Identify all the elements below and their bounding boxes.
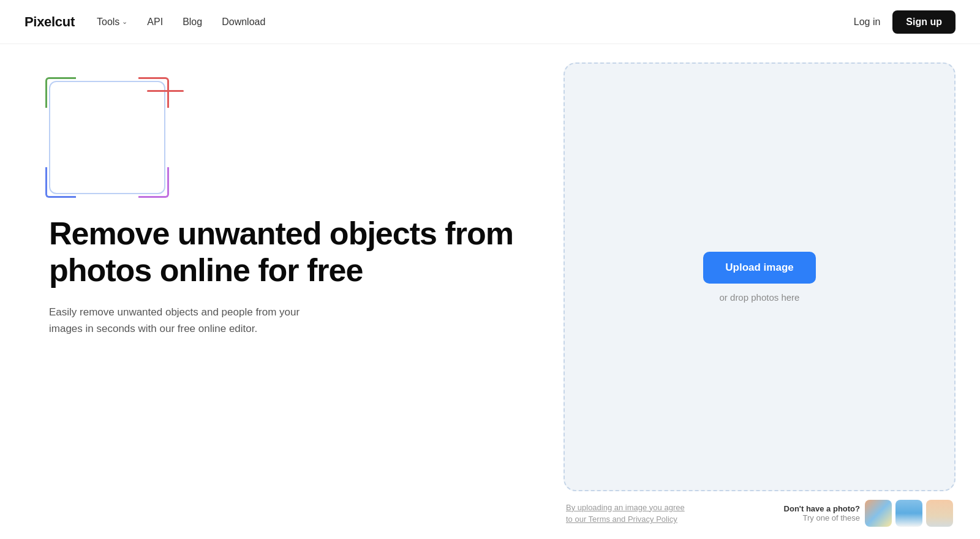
nav-blog[interactable]: Blog xyxy=(183,17,202,28)
header-right: Log in Sign up xyxy=(854,10,956,34)
corner-accent-top-right xyxy=(138,77,169,108)
header-left: Pixelcut Tools ⌄ API Blog Download xyxy=(24,14,265,30)
corner-accent-bottom-right xyxy=(138,167,169,198)
sample-thumbnails xyxy=(865,500,953,527)
sample-thumbnail-3[interactable] xyxy=(926,500,953,527)
sample-photos: Don't have a photo? Try one of these xyxy=(784,500,953,527)
nav-download[interactable]: Download xyxy=(222,17,265,28)
hero-title: Remove unwanted objects from photos onli… xyxy=(49,216,527,289)
nav-api[interactable]: API xyxy=(147,17,163,28)
upload-area[interactable]: Upload image or drop photos here xyxy=(564,62,956,491)
upload-footer: By uploading an image you agree to our T… xyxy=(564,500,956,527)
corner-accent-bottom-left xyxy=(45,167,76,198)
right-panel: Upload image or drop photos here By uplo… xyxy=(564,44,956,539)
corner-accent-top-left xyxy=(45,77,76,108)
sample-label: Don't have a photo? Try one of these xyxy=(784,504,860,522)
card-outline xyxy=(49,81,165,194)
try-one-text: Try one of these xyxy=(784,513,860,522)
signup-button[interactable]: Sign up xyxy=(892,10,956,34)
left-panel: Remove unwanted objects from photos onli… xyxy=(49,44,564,539)
header: Pixelcut Tools ⌄ API Blog Download Log i… xyxy=(0,0,980,44)
decorative-image xyxy=(49,81,172,197)
terms-link[interactable]: to our Terms and Privacy Policy xyxy=(566,514,677,524)
chevron-down-icon: ⌄ xyxy=(122,18,127,26)
upload-image-button[interactable]: Upload image xyxy=(703,252,815,284)
main-content: Remove unwanted objects from photos onli… xyxy=(0,44,980,539)
logo[interactable]: Pixelcut xyxy=(24,14,75,30)
nav-tools[interactable]: Tools ⌄ xyxy=(97,17,127,28)
red-line-accent xyxy=(147,90,184,92)
main-nav: Tools ⌄ API Blog Download xyxy=(97,17,265,28)
sample-thumbnail-1[interactable] xyxy=(865,500,892,527)
hero-subtitle: Easily remove unwanted objects and peopl… xyxy=(49,304,331,337)
terms-text: By uploading an image you agree to our T… xyxy=(566,502,685,526)
dont-have-text: Don't have a photo? xyxy=(784,504,860,513)
login-button[interactable]: Log in xyxy=(854,17,881,28)
drop-hint-text: or drop photos here xyxy=(720,292,800,303)
sample-thumbnail-2[interactable] xyxy=(895,500,922,527)
